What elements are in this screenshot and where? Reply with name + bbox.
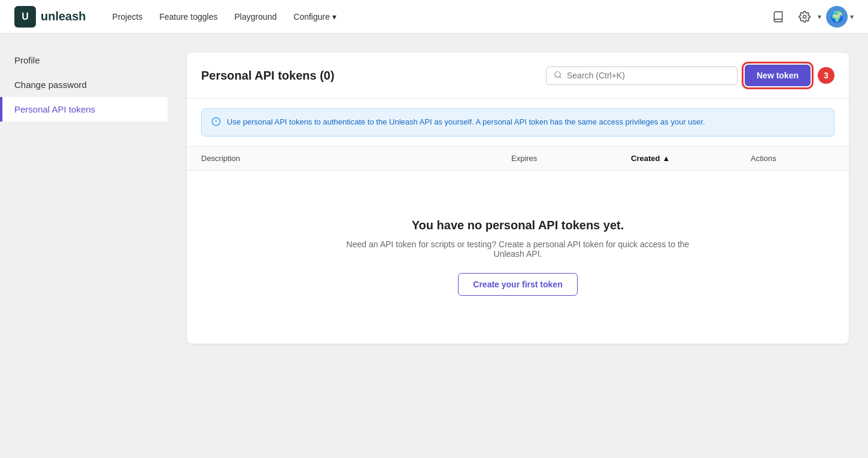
create-first-token-button[interactable]: Create your first token <box>458 273 577 296</box>
empty-title: You have no personal API tokens yet. <box>412 219 624 232</box>
avatar-chevron-icon: ▾ <box>850 13 854 21</box>
sidebar-item-profile[interactable]: Profile <box>0 48 168 72</box>
col-actions: Actions <box>751 154 834 163</box>
avatar: 🌍 <box>826 6 848 28</box>
card-header: Personal API tokens (0) New token 3 <box>187 53 849 99</box>
settings-menu[interactable]: ▾ <box>794 6 821 28</box>
info-icon <box>211 117 221 129</box>
user-menu[interactable]: 🌍 ▾ <box>826 6 854 28</box>
docs-button[interactable] <box>767 6 789 28</box>
sort-icon: ▲ <box>662 154 670 163</box>
logo-text: unleash <box>41 10 86 23</box>
logo-icon: U <box>14 6 36 28</box>
logo-area[interactable]: U unleash <box>14 6 86 28</box>
info-banner: Use personal API tokens to authenticate … <box>201 108 834 137</box>
header-actions: ▾ 🌍 ▾ <box>767 6 854 28</box>
header: U unleash Projects Feature toggles Playg… <box>0 0 868 34</box>
svg-line-2 <box>560 76 562 78</box>
sidebar-item-personal-api-tokens[interactable]: Personal API tokens <box>0 97 168 122</box>
search-icon <box>554 71 562 81</box>
empty-subtitle: Need an API token for scripts or testing… <box>338 239 697 259</box>
col-created: Created ▲ <box>631 154 751 163</box>
col-description: Description <box>201 154 511 163</box>
main-layout: Profile Change password Personal API tok… <box>0 34 868 458</box>
info-banner-text: Use personal API tokens to authenticate … <box>227 116 705 128</box>
sidebar-item-change-password[interactable]: Change password <box>0 72 168 97</box>
svg-point-0 <box>803 15 806 18</box>
settings-button[interactable] <box>794 6 815 28</box>
nav-feature-toggles[interactable]: Feature toggles <box>152 7 224 26</box>
new-token-button[interactable]: New token <box>745 65 811 86</box>
sidebar: Profile Change password Personal API tok… <box>0 34 168 458</box>
main-nav: Projects Feature toggles Playground Conf… <box>105 7 767 26</box>
page-title: Personal API tokens (0) <box>201 69 335 83</box>
nav-playground[interactable]: Playground <box>227 7 284 26</box>
col-expires: Expires <box>511 154 631 163</box>
header-right: New token 3 <box>546 65 834 86</box>
svg-point-1 <box>555 71 560 77</box>
main-card: Personal API tokens (0) New token 3 <box>187 53 849 344</box>
nav-configure[interactable]: Configure ▾ <box>286 7 344 26</box>
settings-chevron-icon: ▾ <box>818 13 821 21</box>
table-header: Description Expires Created ▲ Actions <box>187 146 849 171</box>
nav-projects[interactable]: Projects <box>105 7 150 26</box>
chevron-down-icon: ▾ <box>332 12 336 22</box>
search-input[interactable] <box>567 71 730 80</box>
badge-count: 3 <box>818 67 834 84</box>
empty-state: You have no personal API tokens yet. Nee… <box>187 171 849 344</box>
search-bar[interactable] <box>546 66 738 85</box>
content-area: Personal API tokens (0) New token 3 <box>168 34 868 458</box>
